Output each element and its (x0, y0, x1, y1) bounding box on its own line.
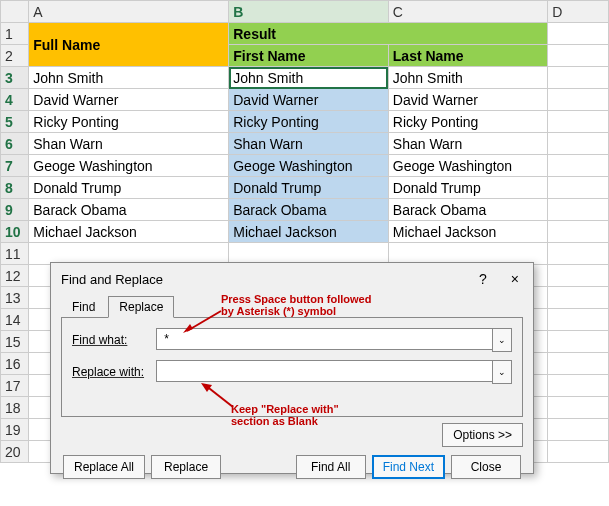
header-firstname[interactable]: First Name (229, 45, 389, 67)
cell-firstname[interactable]: Donald Trump (229, 177, 389, 199)
find-replace-dialog: Find and Replace ? × Find Replace Press … (50, 262, 534, 463)
row-header[interactable]: 2 (1, 45, 29, 67)
cell-empty[interactable] (548, 331, 609, 353)
cell-lastname[interactable]: David Warner (388, 89, 548, 111)
col-header-d[interactable]: D (548, 1, 609, 23)
cell-empty[interactable] (548, 177, 609, 199)
row-header[interactable]: 20 (1, 441, 29, 463)
options-button[interactable]: Options >> (442, 423, 523, 447)
row-header[interactable]: 4 (1, 89, 29, 111)
row-header[interactable]: 9 (1, 199, 29, 221)
cell-lastname[interactable]: Barack Obama (388, 199, 548, 221)
replace-button[interactable]: Replace (151, 455, 221, 463)
find-what-label: Find what: (72, 333, 150, 347)
cell-fullname[interactable]: David Warner (29, 89, 229, 111)
cell-empty[interactable] (548, 221, 609, 243)
col-header-a[interactable]: A (29, 1, 229, 23)
cell-empty[interactable] (548, 243, 609, 265)
cell-firstname[interactable]: Barack Obama (229, 199, 389, 221)
row-header[interactable]: 3 (1, 67, 29, 89)
cell-empty[interactable] (548, 309, 609, 331)
cell-empty[interactable] (548, 45, 609, 67)
replace-all-button[interactable]: Replace All (63, 455, 145, 463)
cell-lastname[interactable]: Donald Trump (388, 177, 548, 199)
cell-fullname[interactable]: Ricky Ponting (29, 111, 229, 133)
header-result[interactable]: Result (229, 23, 548, 45)
row-header[interactable]: 10 (1, 221, 29, 243)
cell-firstname[interactable]: Ricky Ponting (229, 111, 389, 133)
cell-lastname[interactable]: John Smith (388, 67, 548, 89)
close-button[interactable]: Close (451, 455, 521, 463)
cell-empty[interactable] (548, 265, 609, 287)
row-header[interactable]: 11 (1, 243, 29, 265)
cell-fullname[interactable]: Donald Trump (29, 177, 229, 199)
cell-fullname[interactable]: Michael Jackson (29, 221, 229, 243)
row-header[interactable]: 15 (1, 331, 29, 353)
cell-fullname[interactable]: Shan Warn (29, 133, 229, 155)
cell-fullname[interactable]: Barack Obama (29, 199, 229, 221)
cell-empty[interactable] (548, 199, 609, 221)
row-header[interactable]: 13 (1, 287, 29, 309)
replace-with-label: Replace with: (72, 365, 150, 379)
cell-lastname[interactable]: Michael Jackson (388, 221, 548, 243)
cell-lastname[interactable]: Geoge Washington (388, 155, 548, 177)
header-lastname[interactable]: Last Name (388, 45, 548, 67)
help-icon[interactable]: ? (475, 271, 491, 287)
find-next-button[interactable]: Find Next (372, 455, 445, 463)
cell-empty[interactable] (548, 89, 609, 111)
dialog-title: Find and Replace (61, 272, 163, 287)
row-header[interactable]: 7 (1, 155, 29, 177)
cell-firstname[interactable]: John Smith (229, 67, 389, 89)
row-header[interactable]: 8 (1, 177, 29, 199)
select-all-corner[interactable] (1, 1, 29, 23)
row-header[interactable]: 19 (1, 419, 29, 441)
cell-empty[interactable] (548, 375, 609, 397)
col-header-b[interactable]: B (229, 1, 389, 23)
cell-firstname[interactable]: Geoge Washington (229, 155, 389, 177)
dialog-titlebar[interactable]: Find and Replace ? × (51, 263, 533, 291)
cell-empty[interactable] (548, 67, 609, 89)
row-header[interactable]: 16 (1, 353, 29, 375)
row-header[interactable]: 6 (1, 133, 29, 155)
row-header[interactable]: 14 (1, 309, 29, 331)
cell-firstname[interactable]: Michael Jackson (229, 221, 389, 243)
cell-empty[interactable] (548, 353, 609, 375)
replace-with-input[interactable] (156, 360, 492, 382)
tab-replace[interactable]: Replace (108, 296, 174, 318)
cell-empty[interactable] (548, 441, 609, 463)
find-all-button[interactable]: Find All (296, 455, 366, 463)
cell-fullname[interactable]: John Smith (29, 67, 229, 89)
cell-firstname[interactable]: David Warner (229, 89, 389, 111)
row-header[interactable]: 1 (1, 23, 29, 45)
header-fullname[interactable]: Full Name (29, 23, 229, 67)
cell-firstname[interactable]: Shan Warn (229, 133, 389, 155)
cell-empty[interactable] (548, 287, 609, 309)
cell-lastname[interactable]: Shan Warn (388, 133, 548, 155)
row-header[interactable]: 17 (1, 375, 29, 397)
cell-empty[interactable] (548, 111, 609, 133)
cell-empty[interactable] (548, 155, 609, 177)
close-icon[interactable]: × (507, 271, 523, 287)
col-header-c[interactable]: C (388, 1, 548, 23)
cell-empty[interactable] (548, 133, 609, 155)
replace-with-dropdown-icon[interactable]: ⌄ (492, 360, 512, 384)
row-header[interactable]: 18 (1, 397, 29, 419)
cell-empty[interactable] (548, 23, 609, 45)
find-what-dropdown-icon[interactable]: ⌄ (492, 328, 512, 352)
cell-empty[interactable] (548, 397, 609, 419)
tab-find[interactable]: Find (61, 296, 106, 318)
cell-lastname[interactable]: Ricky Ponting (388, 111, 548, 133)
row-header[interactable]: 5 (1, 111, 29, 133)
replace-panel: Find what: ⌄ Replace with: ⌄ (61, 317, 523, 417)
find-what-input[interactable] (156, 328, 492, 350)
cell-fullname[interactable]: Geoge Washington (29, 155, 229, 177)
row-header[interactable]: 12 (1, 265, 29, 287)
cell-empty[interactable] (548, 419, 609, 441)
